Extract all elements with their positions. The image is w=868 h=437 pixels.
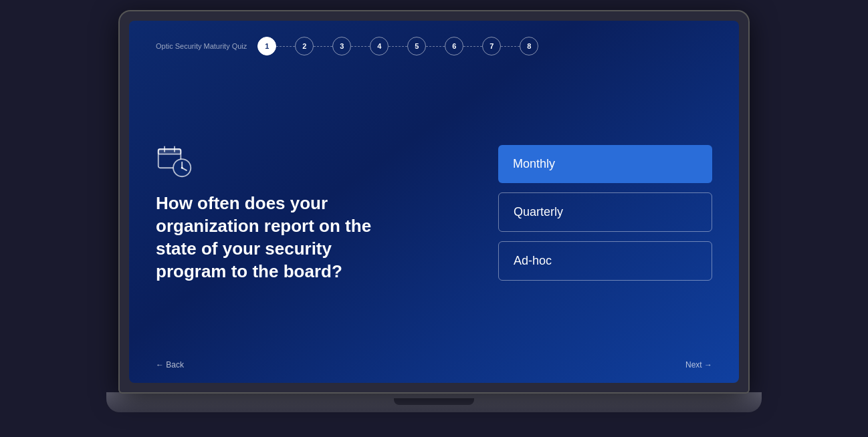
- step-3[interactable]: 3: [332, 37, 351, 55]
- laptop-notch: [394, 398, 474, 405]
- next-button[interactable]: Next →: [685, 360, 712, 370]
- calendar-icon-wrapper: [156, 142, 196, 182]
- step-6[interactable]: 6: [445, 37, 463, 55]
- bottom-nav: ← Back Next →: [156, 353, 712, 370]
- step-5[interactable]: 5: [407, 37, 426, 55]
- screen: Optic Security Maturity Quiz 1 2 3 4 5: [129, 21, 739, 383]
- top-bar: Optic Security Maturity Quiz 1 2 3 4 5: [156, 37, 712, 55]
- svg-point-7: [181, 167, 183, 169]
- svg-rect-1: [158, 150, 181, 154]
- step-connector-1: [276, 46, 295, 47]
- step-connector-4: [389, 46, 407, 47]
- laptop-base: [106, 392, 762, 412]
- answer-monthly[interactable]: Monthly: [498, 145, 712, 183]
- steps-container: 1 2 3 4 5 6 7 8: [257, 37, 538, 55]
- screen-bezel: Optic Security Maturity Quiz 1 2 3 4 5: [120, 11, 748, 392]
- laptop-container: Optic Security Maturity Quiz 1 2 3 4 5: [106, 11, 762, 426]
- left-side: How often does your organization report …: [156, 142, 458, 283]
- step-connector-5: [426, 46, 445, 47]
- step-8[interactable]: 8: [520, 37, 538, 55]
- step-connector-3: [351, 46, 370, 47]
- back-button[interactable]: ← Back: [156, 360, 184, 370]
- step-connector-2: [314, 46, 332, 47]
- step-1[interactable]: 1: [257, 37, 276, 55]
- main-area: How often does your organization report …: [156, 71, 712, 353]
- step-7[interactable]: 7: [482, 37, 501, 55]
- answers-container: Monthly Quarterly Ad-hoc: [498, 145, 712, 281]
- step-connector-6: [463, 46, 482, 47]
- screen-content: Optic Security Maturity Quiz 1 2 3 4 5: [129, 21, 739, 383]
- question-text: How often does your organization report …: [156, 192, 383, 283]
- answer-quarterly[interactable]: Quarterly: [498, 192, 712, 232]
- calendar-clock-icon: [156, 142, 193, 179]
- step-2[interactable]: 2: [295, 37, 314, 55]
- step-connector-7: [501, 46, 520, 47]
- step-4[interactable]: 4: [370, 37, 389, 55]
- quiz-title: Optic Security Maturity Quiz: [156, 42, 247, 50]
- answer-adhoc[interactable]: Ad-hoc: [498, 241, 712, 281]
